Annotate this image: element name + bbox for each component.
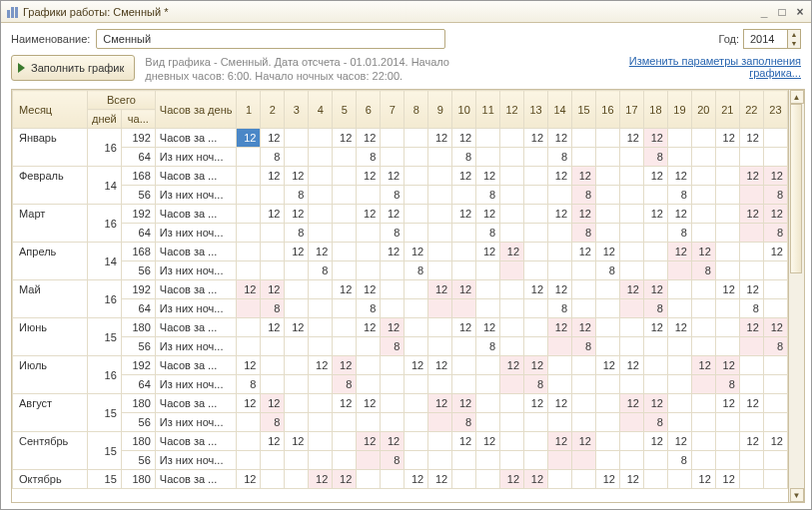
day-cell[interactable]: 12 (333, 394, 357, 413)
day-cell[interactable] (261, 261, 285, 280)
day-cell[interactable]: 12 (476, 205, 500, 224)
day-cell[interactable] (357, 375, 381, 394)
day-cell[interactable] (309, 129, 333, 148)
day-cell[interactable] (548, 451, 572, 470)
day-cell[interactable]: 12 (357, 205, 381, 224)
day-cell[interactable]: 8 (285, 224, 309, 243)
header-day-15[interactable]: 15 (572, 91, 596, 129)
day-cell[interactable]: 12 (524, 470, 548, 489)
day-cell[interactable] (667, 413, 691, 432)
day-cell[interactable]: 12 (524, 394, 548, 413)
day-cell[interactable]: 12 (452, 280, 476, 299)
day-cell[interactable] (428, 299, 452, 318)
day-cell[interactable]: 12 (405, 470, 428, 489)
maximize-button[interactable]: □ (775, 5, 789, 19)
header-hours-per-day[interactable]: Часов за день (155, 91, 237, 129)
day-cell[interactable]: 12 (524, 280, 548, 299)
day-cell[interactable] (572, 375, 596, 394)
day-cell[interactable] (572, 451, 596, 470)
table-row[interactable]: Февраль14168Часов за ...1212121212121212… (13, 167, 788, 186)
day-cell[interactable] (285, 261, 309, 280)
day-cell[interactable]: 8 (572, 337, 596, 356)
day-cell[interactable] (500, 299, 524, 318)
day-cell[interactable]: 12 (763, 243, 787, 261)
day-cell[interactable] (405, 394, 428, 413)
day-cell[interactable] (309, 432, 333, 451)
header-day-9[interactable]: 9 (428, 91, 452, 129)
day-cell[interactable] (381, 299, 405, 318)
day-cell[interactable] (739, 451, 763, 470)
day-cell[interactable] (428, 261, 452, 280)
day-cell[interactable] (619, 375, 643, 394)
day-cell[interactable] (596, 299, 620, 318)
day-cell[interactable]: 12 (285, 318, 309, 337)
day-cell[interactable]: 12 (667, 205, 691, 224)
header-hours[interactable]: ча... (121, 110, 155, 129)
day-cell[interactable] (428, 375, 452, 394)
day-cell[interactable]: 8 (643, 148, 667, 167)
day-cell[interactable] (524, 224, 548, 243)
day-cell[interactable] (476, 299, 500, 318)
day-cell[interactable] (643, 224, 667, 243)
day-cell[interactable] (405, 432, 428, 451)
header-day-8[interactable]: 8 (405, 91, 428, 129)
day-cell[interactable] (739, 356, 763, 375)
day-cell[interactable]: 12 (619, 470, 643, 489)
year-input[interactable]: 2014 (743, 29, 787, 49)
day-cell[interactable]: 12 (381, 318, 405, 337)
day-cell[interactable]: 12 (452, 394, 476, 413)
day-cell[interactable] (309, 148, 333, 167)
day-cell[interactable] (428, 432, 452, 451)
day-cell[interactable] (357, 243, 381, 261)
day-cell[interactable]: 8 (715, 375, 739, 394)
day-cell[interactable] (309, 413, 333, 432)
day-cell[interactable] (596, 451, 620, 470)
day-cell[interactable]: 12 (500, 243, 524, 261)
day-cell[interactable]: 12 (643, 167, 667, 186)
day-cell[interactable]: 12 (357, 318, 381, 337)
scroll-up-icon[interactable]: ▲ (790, 90, 804, 104)
day-cell[interactable] (500, 432, 524, 451)
day-cell[interactable] (667, 337, 691, 356)
day-cell[interactable] (333, 432, 357, 451)
day-cell[interactable]: 12 (261, 394, 285, 413)
day-cell[interactable]: 8 (452, 413, 476, 432)
day-cell[interactable] (691, 205, 715, 224)
day-cell[interactable]: 12 (452, 432, 476, 451)
day-cell[interactable]: 12 (739, 205, 763, 224)
day-cell[interactable] (715, 243, 739, 261)
day-cell[interactable]: 12 (667, 167, 691, 186)
day-cell[interactable] (643, 470, 667, 489)
day-cell[interactable] (309, 375, 333, 394)
day-cell[interactable] (763, 375, 787, 394)
day-cell[interactable]: 12 (643, 318, 667, 337)
day-cell[interactable] (619, 318, 643, 337)
day-cell[interactable] (524, 337, 548, 356)
day-cell[interactable]: 12 (261, 205, 285, 224)
day-cell[interactable] (619, 243, 643, 261)
day-cell[interactable]: 12 (596, 243, 620, 261)
day-cell[interactable] (333, 167, 357, 186)
day-cell[interactable] (572, 261, 596, 280)
day-cell[interactable]: 12 (428, 129, 452, 148)
day-cell[interactable] (428, 224, 452, 243)
day-cell[interactable] (667, 375, 691, 394)
day-cell[interactable] (596, 432, 620, 451)
day-cell[interactable]: 12 (643, 432, 667, 451)
day-cell[interactable] (405, 280, 428, 299)
day-cell[interactable]: 12 (333, 356, 357, 375)
day-cell[interactable] (333, 299, 357, 318)
table-row[interactable]: Январь16192Часов за ...12121212121212121… (13, 129, 788, 148)
day-cell[interactable] (405, 186, 428, 205)
day-cell[interactable] (285, 394, 309, 413)
day-cell[interactable] (476, 148, 500, 167)
day-cell[interactable] (452, 299, 476, 318)
header-day-3[interactable]: 3 (285, 91, 309, 129)
day-cell[interactable]: 12 (763, 432, 787, 451)
close-button[interactable]: × (793, 5, 807, 19)
day-cell[interactable] (548, 413, 572, 432)
day-cell[interactable] (691, 129, 715, 148)
day-cell[interactable] (237, 261, 261, 280)
day-cell[interactable] (357, 356, 381, 375)
table-row[interactable]: Май16192Часов за ...12121212121212121212… (13, 280, 788, 299)
